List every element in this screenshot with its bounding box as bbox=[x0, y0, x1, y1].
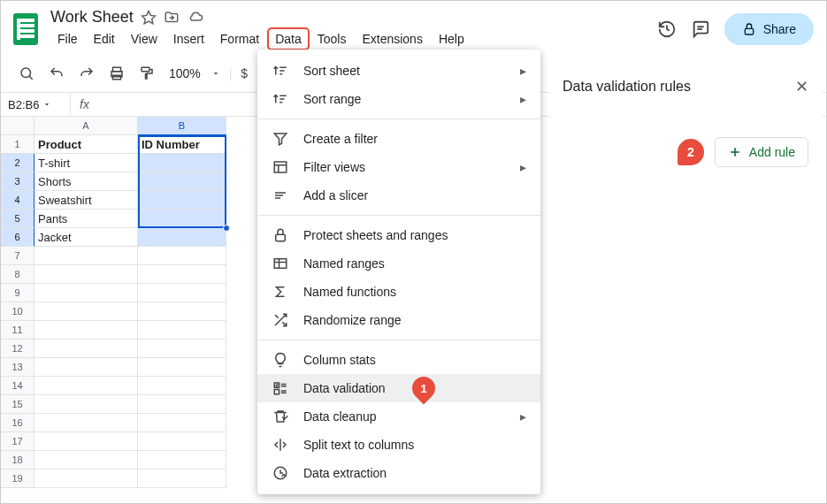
row-header[interactable]: 3 bbox=[1, 172, 34, 191]
cell[interactable] bbox=[138, 414, 226, 432]
row-header[interactable]: 11 bbox=[1, 321, 34, 340]
menu-insert[interactable]: Insert bbox=[166, 28, 211, 50]
column-header[interactable]: A bbox=[34, 117, 138, 135]
cell[interactable] bbox=[138, 395, 226, 414]
row-header[interactable]: 5 bbox=[1, 210, 34, 228]
row-header[interactable]: 19 bbox=[1, 470, 34, 488]
row-header[interactable]: 1 bbox=[1, 135, 34, 154]
corner-cell[interactable] bbox=[1, 117, 34, 135]
cell[interactable] bbox=[34, 321, 138, 340]
cell[interactable] bbox=[138, 191, 226, 210]
cell[interactable] bbox=[34, 284, 138, 302]
row-header[interactable]: 12 bbox=[1, 340, 34, 358]
cell[interactable] bbox=[138, 265, 226, 284]
cell[interactable] bbox=[138, 228, 226, 247]
menu-item-randomize-range[interactable]: Randomize range bbox=[257, 306, 540, 334]
menu-item-create-a-filter[interactable]: Create a filter bbox=[257, 125, 540, 153]
close-icon[interactable]: ✕ bbox=[795, 77, 808, 96]
row-header[interactable]: 17 bbox=[1, 432, 34, 451]
cell[interactable] bbox=[138, 321, 226, 340]
paint-format-icon[interactable] bbox=[134, 60, 160, 87]
cell[interactable] bbox=[138, 377, 226, 395]
menu-help[interactable]: Help bbox=[432, 28, 471, 50]
cell[interactable] bbox=[34, 377, 138, 395]
menu-format[interactable]: Format bbox=[213, 28, 266, 50]
redo-icon[interactable] bbox=[73, 60, 100, 87]
cell[interactable] bbox=[34, 414, 138, 432]
zoom-select[interactable]: 100% bbox=[164, 63, 226, 84]
menu-item-column-stats[interactable]: Column stats bbox=[257, 346, 540, 374]
row-header[interactable]: 7 bbox=[1, 247, 34, 265]
menu-item-data-extraction[interactable]: Data extraction bbox=[257, 459, 540, 487]
cell[interactable] bbox=[138, 172, 226, 191]
row-header[interactable]: 2 bbox=[1, 154, 34, 172]
cell[interactable]: Jacket bbox=[34, 228, 138, 247]
menu-view[interactable]: View bbox=[124, 28, 165, 50]
row-header[interactable]: 4 bbox=[1, 191, 34, 210]
row-header[interactable]: 9 bbox=[1, 284, 34, 302]
menu-item-named-ranges[interactable]: Named ranges bbox=[257, 249, 540, 278]
row-header[interactable]: 8 bbox=[1, 265, 34, 284]
menu-item-protect-sheets-and-ranges[interactable]: Protect sheets and ranges bbox=[257, 221, 540, 249]
comment-icon[interactable] bbox=[691, 19, 710, 39]
menu-data[interactable]: Data bbox=[268, 28, 309, 50]
row-header[interactable]: 14 bbox=[1, 377, 34, 395]
menu-item-named-functions[interactable]: Named functions bbox=[257, 278, 540, 306]
cell[interactable] bbox=[34, 451, 138, 470]
cell[interactable] bbox=[34, 395, 138, 414]
cell[interactable]: Pants bbox=[34, 210, 138, 228]
cell[interactable]: Product bbox=[34, 135, 138, 154]
name-box[interactable]: B2:B6 bbox=[8, 98, 70, 111]
cell[interactable] bbox=[138, 451, 226, 470]
cell[interactable] bbox=[34, 432, 138, 451]
cell[interactable] bbox=[138, 302, 226, 321]
column-header[interactable]: B bbox=[138, 117, 226, 135]
add-rule-button[interactable]: Add rule bbox=[715, 137, 808, 167]
menu-file[interactable]: File bbox=[50, 28, 85, 50]
menu-item-split-text-to-columns[interactable]: Split text to columns bbox=[257, 431, 540, 459]
cell[interactable]: Shorts bbox=[34, 172, 138, 191]
move-icon[interactable] bbox=[164, 10, 180, 26]
cell[interactable] bbox=[34, 265, 138, 284]
share-button[interactable]: Share bbox=[724, 13, 814, 45]
cell[interactable] bbox=[138, 358, 226, 377]
cell[interactable] bbox=[34, 470, 138, 488]
cell[interactable] bbox=[138, 210, 226, 228]
row-header[interactable]: 15 bbox=[1, 395, 34, 414]
menu-item-data-validation[interactable]: Data validation1 bbox=[257, 374, 540, 402]
cell[interactable] bbox=[138, 247, 226, 265]
row-header[interactable]: 10 bbox=[1, 302, 34, 321]
row-header[interactable]: 6 bbox=[1, 228, 34, 247]
row-header[interactable]: 18 bbox=[1, 451, 34, 470]
cell[interactable]: Sweatshirt bbox=[34, 191, 138, 210]
menu-item-sort-sheet[interactable]: Sort sheet▸ bbox=[257, 57, 540, 85]
menu-item-data-cleanup[interactable]: Data cleanup▸ bbox=[257, 402, 540, 431]
undo-icon[interactable] bbox=[43, 60, 70, 87]
search-icon[interactable] bbox=[13, 60, 40, 87]
cell[interactable] bbox=[138, 470, 226, 488]
star-icon[interactable] bbox=[141, 10, 157, 26]
cell[interactable] bbox=[34, 302, 138, 321]
cell[interactable]: ID Number bbox=[138, 135, 226, 154]
menu-edit[interactable]: Edit bbox=[87, 28, 122, 50]
cell[interactable] bbox=[34, 247, 138, 265]
document-title[interactable]: Work Sheet bbox=[50, 8, 134, 27]
history-icon[interactable] bbox=[657, 19, 677, 39]
cell[interactable]: T-shirt bbox=[34, 154, 138, 172]
menu-item-sort-range[interactable]: Sort range▸ bbox=[257, 85, 540, 113]
cell[interactable] bbox=[34, 358, 138, 377]
cell[interactable] bbox=[138, 154, 226, 172]
row-header[interactable]: 13 bbox=[1, 358, 34, 377]
row-header[interactable]: 16 bbox=[1, 414, 34, 432]
menu-tools[interactable]: Tools bbox=[310, 28, 354, 50]
menu-item-add-a-slicer[interactable]: Add a slicer bbox=[257, 181, 540, 210]
cell[interactable] bbox=[138, 432, 226, 451]
print-icon[interactable] bbox=[103, 60, 130, 87]
menu-item-filter-views[interactable]: Filter views▸ bbox=[257, 153, 540, 181]
cell[interactable] bbox=[138, 284, 226, 302]
menu-extensions[interactable]: Extensions bbox=[355, 28, 429, 50]
cloud-status-icon[interactable] bbox=[187, 10, 204, 26]
currency-format[interactable]: $ bbox=[235, 61, 253, 86]
cell[interactable] bbox=[138, 340, 226, 358]
cell[interactable] bbox=[34, 340, 138, 358]
